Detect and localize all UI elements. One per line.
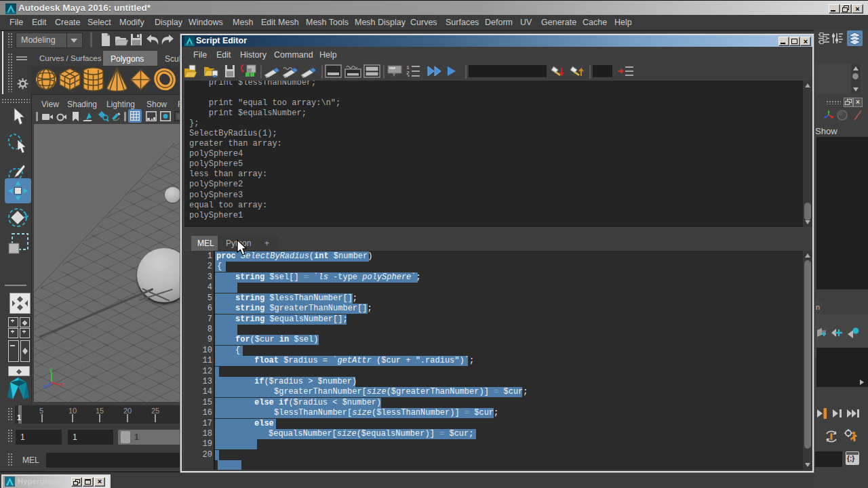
svg-text:z: z <box>43 384 46 390</box>
svg-text:2: 2 <box>406 70 410 76</box>
svg-text:y: y <box>50 368 53 373</box>
svg-text:x: x <box>60 381 64 388</box>
